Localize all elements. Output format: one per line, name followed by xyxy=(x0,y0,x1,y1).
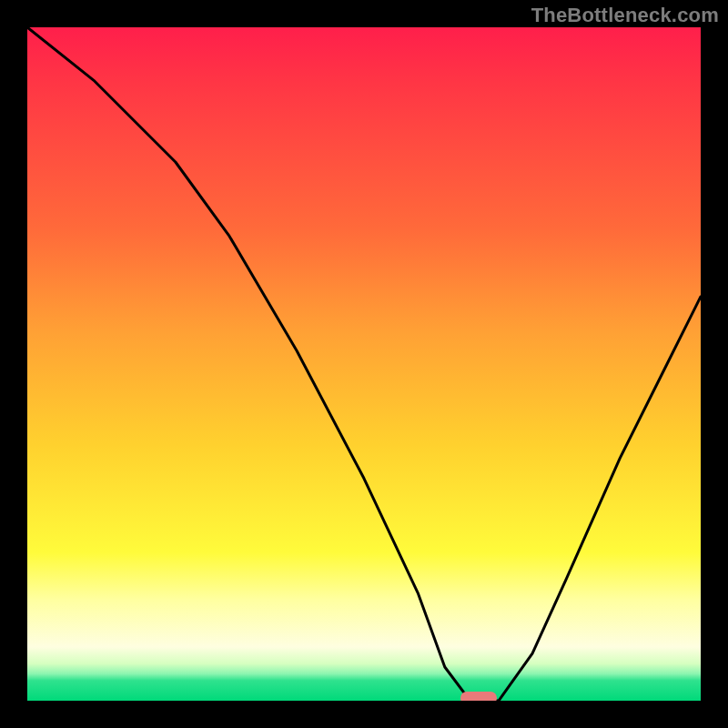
curve-path xyxy=(27,27,701,701)
optimal-marker xyxy=(460,692,497,701)
chart-frame: TheBottleneck.com xyxy=(0,0,728,728)
bottleneck-curve xyxy=(27,27,701,701)
watermark-text: TheBottleneck.com xyxy=(531,4,719,27)
plot-area xyxy=(27,27,701,701)
